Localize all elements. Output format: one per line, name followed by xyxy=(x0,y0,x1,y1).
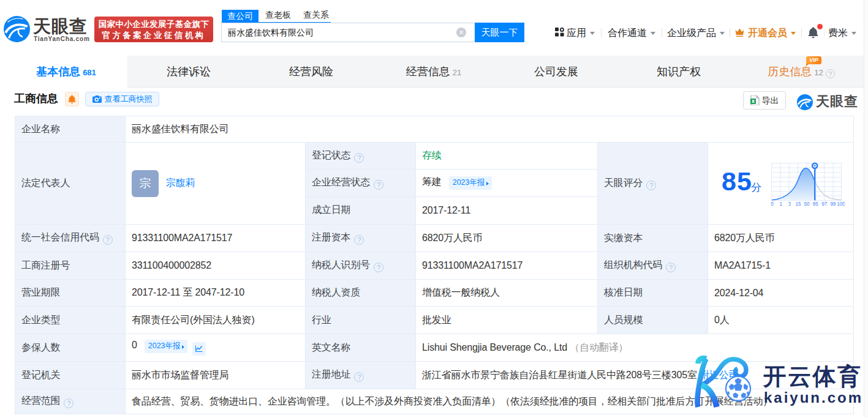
svg-text:3: 3 xyxy=(788,201,791,207)
svg-text:0: 0 xyxy=(771,201,774,207)
svg-text:97: 97 xyxy=(821,201,827,207)
svg-text:15: 15 xyxy=(795,201,801,207)
svg-text:100: 100 xyxy=(837,201,845,207)
svg-text:50: 50 xyxy=(804,201,810,207)
svg-text:99: 99 xyxy=(830,201,836,207)
svg-text:85: 85 xyxy=(813,201,818,207)
svg-text:1: 1 xyxy=(779,201,782,207)
